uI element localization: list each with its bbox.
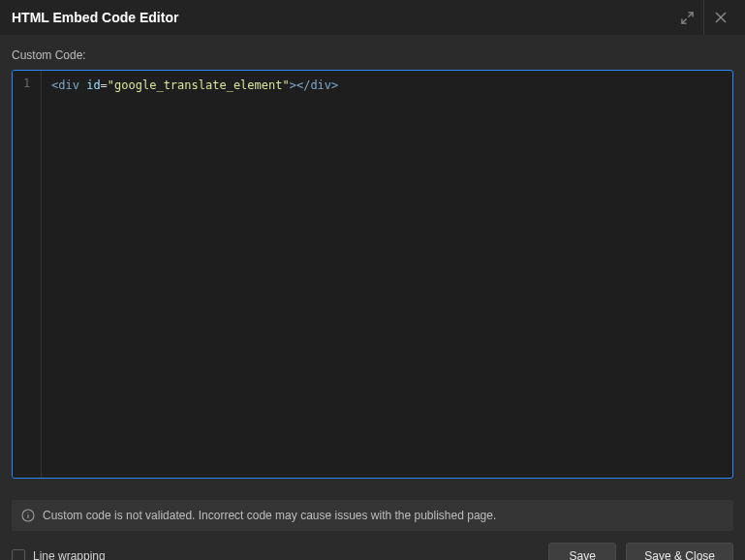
code-token: =	[101, 78, 108, 92]
expand-icon	[681, 12, 694, 24]
header-actions	[672, 0, 735, 35]
save-button[interactable]: Save	[548, 543, 616, 560]
header-divider	[703, 0, 704, 35]
code-token: </	[296, 78, 310, 92]
dialog-footer: Line wrapping Save Save & Close	[0, 531, 745, 560]
expand-button[interactable]	[672, 0, 701, 35]
line-wrapping-toggle[interactable]: Line wrapping	[12, 549, 106, 560]
code-token: "google_translate_element"	[108, 78, 290, 92]
code-token: id	[86, 78, 100, 92]
line-gutter: 1	[13, 71, 42, 478]
line-number: 1	[13, 77, 41, 90]
svg-point-2	[27, 512, 28, 513]
dialog-title: HTML Embed Code Editor	[12, 10, 178, 25]
save-close-button[interactable]: Save & Close	[626, 543, 733, 560]
info-icon	[21, 509, 35, 522]
code-token: >	[331, 78, 338, 92]
line-wrapping-label: Line wrapping	[33, 549, 106, 560]
checkbox-icon	[12, 549, 25, 560]
code-token: div	[58, 78, 79, 92]
notice-text: Custom code is not validated. Incorrect …	[43, 509, 496, 522]
footer-buttons: Save Save & Close	[548, 543, 733, 560]
code-area[interactable]: <div id="google_translate_element"></div…	[42, 71, 732, 478]
dialog-header: HTML Embed Code Editor	[0, 0, 745, 35]
code-token: div	[310, 78, 331, 92]
editor-label: Custom Code:	[12, 48, 733, 62]
close-icon	[715, 12, 727, 23]
dialog-body: Custom Code: 1 <div id="google_translate…	[0, 35, 745, 490]
close-button[interactable]	[706, 0, 735, 35]
validation-notice: Custom code is not validated. Incorrect …	[12, 500, 733, 531]
code-token: >	[290, 78, 296, 92]
code-editor[interactable]: 1 <div id="google_translate_element"></d…	[12, 70, 733, 479]
